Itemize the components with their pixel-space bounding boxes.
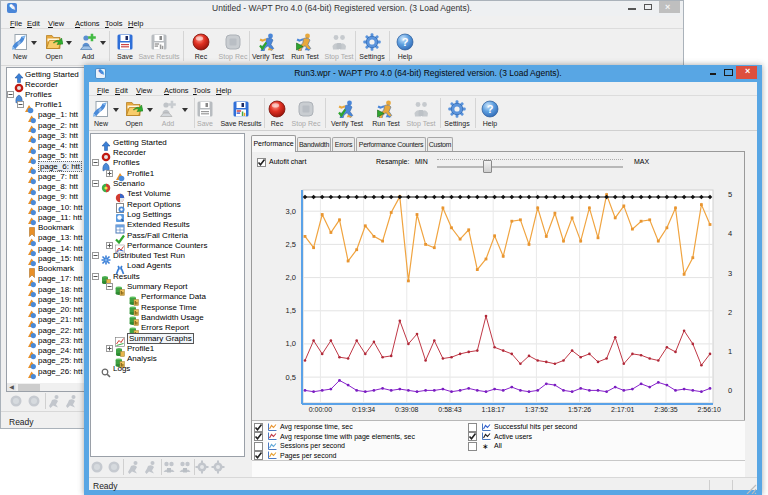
svg-text:4: 4 [728,229,732,238]
svg-text:2,0: 2,0 [286,273,296,282]
svg-text:0: 0 [728,386,732,395]
svg-text:5: 5 [728,190,732,199]
svg-text:0:58:43: 0:58:43 [438,406,461,413]
svg-text:2:17:01: 2:17:01 [611,406,634,413]
svg-text:0,5: 0,5 [286,373,296,382]
svg-text:2:36:35: 2:36:35 [654,406,677,413]
svg-text:0:39:08: 0:39:08 [395,406,418,413]
svg-text:3,0: 3,0 [286,207,296,216]
svg-text:2,5: 2,5 [286,240,296,249]
svg-text:0:00:00: 0:00:00 [309,406,332,413]
svg-text:2: 2 [728,308,732,317]
svg-text:1,5: 1,5 [286,306,296,315]
svg-text:1,0: 1,0 [286,339,296,348]
svg-text:3: 3 [728,269,732,278]
svg-text:1:37:52: 1:37:52 [525,406,548,413]
svg-text:1: 1 [728,347,732,356]
svg-text:0:19:34: 0:19:34 [352,406,375,413]
svg-text:1:18:17: 1:18:17 [482,406,505,413]
svg-text:2:56:10: 2:56:10 [698,406,721,413]
svg-text:1:57:26: 1:57:26 [568,406,591,413]
